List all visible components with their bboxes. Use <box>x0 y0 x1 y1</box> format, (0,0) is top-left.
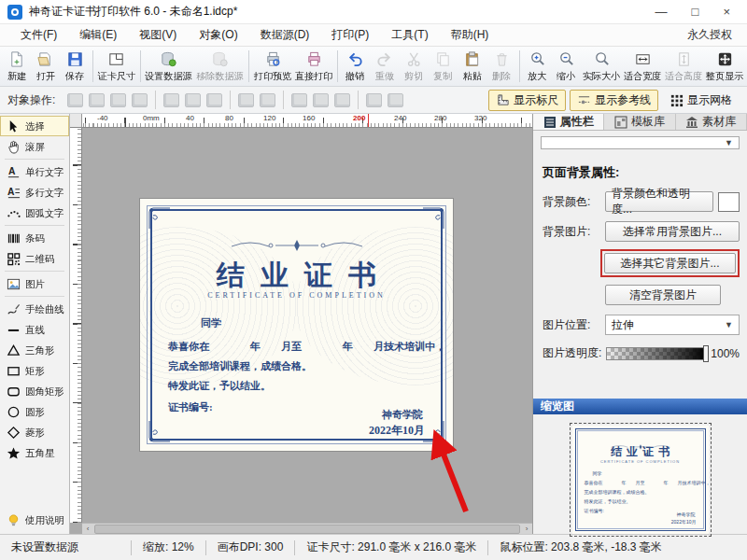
tool-freehand-curve[interactable]: 手绘曲线 <box>0 299 69 319</box>
certificate-body-line: 恭喜你在 年 月至 年 月技术培训中， <box>168 340 445 354</box>
menu-tools[interactable]: 工具(T) <box>380 24 439 46</box>
certificate-page[interactable]: 结业证书 CERTIFICATE OF COMPLETION 同学 恭喜你在 年… <box>140 199 453 451</box>
certificate-subtitle: CERTIFICATE OF COMPLETION <box>140 291 453 300</box>
app-logo-icon <box>7 5 22 20</box>
ungroup-icon <box>388 93 403 107</box>
hand-icon <box>7 140 21 154</box>
print-preview-button[interactable]: 打印预览 <box>252 48 293 85</box>
bg-color-button[interactable]: 背景颜色和透明度... <box>605 191 713 212</box>
design-canvas[interactable]: -40 0mm 40 80 120 160 200 240 280 320 <box>70 114 532 534</box>
triangle-icon <box>7 343 21 357</box>
image-position-label: 图片位置: <box>543 317 600 333</box>
align-top-icon <box>291 93 307 107</box>
opacity-slider-handle[interactable] <box>703 345 709 362</box>
menu-bar: 文件(F) 编辑(E) 视图(V) 对象(O) 数据源(D) 打印(P) 工具(… <box>0 24 747 47</box>
bg-color-swatch[interactable] <box>718 192 740 212</box>
menu-view[interactable]: 视图(V) <box>128 24 188 46</box>
save-button[interactable]: 保存 <box>61 48 90 85</box>
set-datasource-button[interactable]: 设置数据源 <box>143 48 194 85</box>
show-guides-toggle[interactable]: 显示参考线 <box>570 90 658 111</box>
ruler-label: 280 <box>434 114 446 122</box>
select-cursor-icon <box>7 119 21 133</box>
thumbnail-preview[interactable]: 结业证书 CERTIFICATE OF COMPLETION 同学 恭喜你在 年… <box>572 426 709 534</box>
materials-icon <box>685 116 698 129</box>
object-selector-dropdown[interactable]: ▼ <box>541 136 740 149</box>
tool-image[interactable]: 图片 <box>0 273 69 294</box>
open-button[interactable]: 打开 <box>31 48 60 85</box>
fit-width-icon <box>634 50 652 68</box>
circle-icon <box>7 405 21 419</box>
tab-templates[interactable]: 模板库 <box>604 114 675 130</box>
tool-line[interactable]: 直线 <box>0 319 69 340</box>
paste-button[interactable]: 粘贴 <box>458 48 486 85</box>
scroll-right-icon[interactable]: › <box>521 525 532 533</box>
tool-diamond[interactable]: 菱形 <box>0 422 69 442</box>
tool-multi-line-text[interactable]: A 多行文字 <box>0 182 69 203</box>
maximize-button[interactable]: □ <box>692 5 699 19</box>
menu-file[interactable]: 文件(F) <box>9 24 68 46</box>
certificate-body-line: 特发此证，予以结业。 <box>168 379 271 393</box>
tool-barcode[interactable]: 条码 <box>0 228 69 248</box>
menu-help[interactable]: 帮助(H) <box>440 24 500 46</box>
corner-ornament <box>148 206 172 231</box>
align-center-icon <box>185 93 201 107</box>
main-toolbar: 新建 打开 保存 证卡尺寸 设置数据源 移除数据源 打印预览 直接打印 撤销 重… <box>0 47 747 87</box>
menu-datasource[interactable]: 数据源(D) <box>249 24 321 46</box>
tool-arc-text[interactable]: 圆弧文字 <box>0 203 69 223</box>
scrollbar-thumb[interactable] <box>94 525 520 534</box>
zoom-in-button[interactable]: 放大 <box>522 48 551 85</box>
actual-size-icon <box>593 50 611 68</box>
image-opacity-label: 图片透明度: <box>543 345 602 361</box>
zoom-out-button[interactable]: 缩小 <box>552 48 581 85</box>
tool-qrcode[interactable]: 二维码 <box>0 248 69 269</box>
direct-print-button[interactable]: 直接打印 <box>293 48 334 85</box>
menu-edit[interactable]: 编辑(E) <box>68 24 128 46</box>
show-ruler-toggle[interactable]: 显示标尺 <box>488 90 566 111</box>
align-left-icon <box>163 93 179 107</box>
tab-properties[interactable]: 属性栏 <box>533 114 604 130</box>
bg-other-image-button[interactable]: 选择其它背景图片... <box>604 253 736 273</box>
properties-panel: 属性栏 模板库 素材库 ▼ 页面背景属性: 背景颜色: 背景颜色和透明度... … <box>532 114 747 534</box>
tool-single-line-text[interactable]: A 单行文字 <box>0 161 69 182</box>
corner-ornament <box>148 419 172 443</box>
new-button[interactable]: 新建 <box>2 48 31 85</box>
menu-print[interactable]: 打印(P) <box>320 24 380 46</box>
tool-rectangle[interactable]: 矩形 <box>0 360 69 381</box>
menu-object[interactable]: 对象(O) <box>188 24 248 46</box>
align-right-icon <box>206 93 222 107</box>
cut-button: 剪切 <box>399 48 428 85</box>
copy-icon <box>434 50 452 68</box>
distribute-horizontal-icon <box>238 93 254 107</box>
tool-circle[interactable]: 圆形 <box>0 401 69 422</box>
distribute-vertical-icon <box>260 93 275 107</box>
tab-materials[interactable]: 素材库 <box>676 114 747 130</box>
help-button[interactable]: 使用说明 <box>0 510 69 530</box>
bg-common-image-button[interactable]: 选择常用背景图片... <box>605 221 740 242</box>
whole-page-button[interactable]: 整页显示 <box>704 48 745 85</box>
ruler-label: -40 <box>97 114 108 122</box>
opacity-slider[interactable] <box>606 347 707 360</box>
fit-width-button[interactable]: 适合宽度 <box>622 48 663 85</box>
tool-pan[interactable]: 滚屏 <box>0 136 69 157</box>
highlight-red-box: 选择其它背景图片... <box>600 249 740 277</box>
undo-button[interactable]: 撤销 <box>341 48 370 85</box>
actual-size-button[interactable]: 实际大小 <box>581 48 622 85</box>
chevron-down-icon: ▼ <box>725 138 733 147</box>
tool-rounded-rectangle[interactable]: 圆角矩形 <box>0 381 69 401</box>
ruler-label: 0mm <box>143 114 160 122</box>
tool-select[interactable]: 选择 <box>0 116 69 136</box>
ruler-corner <box>70 114 82 128</box>
properties-icon <box>543 116 557 129</box>
horizontal-scrollbar[interactable]: ‹ › <box>82 523 532 534</box>
close-button[interactable]: × <box>723 5 730 19</box>
tool-triangle[interactable]: 三角形 <box>0 340 69 360</box>
card-size-button[interactable]: 证卡尺寸 <box>96 48 137 85</box>
image-position-select[interactable]: 拉伸 ▼ <box>605 315 740 335</box>
minimize-button[interactable]: — <box>655 5 668 19</box>
tool-star[interactable]: 五角星 <box>0 442 69 463</box>
scroll-left-icon[interactable]: ‹ <box>82 525 93 533</box>
multi-text-icon: A <box>7 186 21 200</box>
bg-clear-button[interactable]: 清空背景图片 <box>605 285 721 305</box>
show-grid-toggle[interactable]: 显示网格 <box>662 90 740 111</box>
opacity-value: 100% <box>711 347 740 360</box>
